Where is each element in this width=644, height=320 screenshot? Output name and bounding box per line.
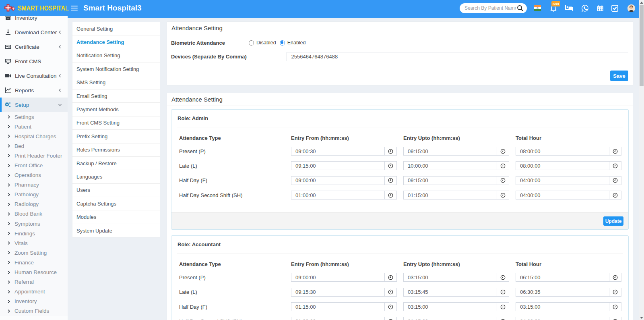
settings-menu-item[interactable]: SMS Setting (72, 76, 160, 89)
submenu-item[interactable]: Settings (0, 112, 68, 122)
entry-upto-input[interactable] (404, 162, 497, 170)
entry-upto-input[interactable] (404, 288, 497, 296)
submenu-item[interactable]: Custom Fields (0, 306, 68, 316)
radio-option[interactable]: Disabled (249, 40, 276, 46)
entry-from-input[interactable] (291, 288, 384, 296)
user-avatar[interactable] (627, 4, 635, 12)
save-button[interactable]: Save (610, 71, 628, 81)
submenu-item[interactable]: Bed (0, 141, 68, 151)
radio-icon[interactable] (280, 40, 285, 46)
entry-upto-input[interactable] (404, 177, 497, 185)
sidebar-item[interactable]: Download Center (0, 25, 68, 39)
notifications-button[interactable]: 680 (549, 5, 557, 13)
time-picker-button[interactable] (497, 191, 509, 199)
total-hour-input[interactable] (516, 317, 609, 320)
submenu-item[interactable]: Pharmacy (0, 180, 68, 190)
time-picker-button[interactable] (384, 162, 396, 170)
time-picker-button[interactable] (497, 288, 509, 296)
time-picker-button[interactable] (609, 317, 621, 320)
submenu-item[interactable]: Radiology (0, 199, 68, 209)
time-picker-button[interactable] (609, 147, 621, 155)
radio-icon[interactable] (249, 40, 254, 46)
settings-menu-item[interactable]: Prefix Setting (72, 130, 160, 143)
update-button[interactable]: Update (603, 216, 623, 226)
entry-from-input[interactable] (291, 303, 384, 311)
time-picker-button[interactable] (497, 273, 509, 281)
total-hour-input[interactable] (516, 273, 609, 281)
sidebar-toggle-button[interactable] (68, 0, 80, 16)
time-picker-button[interactable] (609, 162, 621, 170)
entry-upto-input[interactable] (404, 273, 497, 281)
scrollbar-thumb[interactable] (640, 5, 644, 86)
settings-menu-item[interactable]: Payment Methods (72, 103, 160, 116)
bed-status-button[interactable] (565, 5, 573, 11)
time-picker-button[interactable] (384, 288, 396, 296)
settings-menu-item[interactable]: System Update (72, 224, 160, 237)
tasks-button[interactable] (611, 5, 618, 12)
settings-menu-item[interactable]: Roles Permissions (72, 143, 160, 157)
sidebar-item[interactable]: Certificate (0, 39, 68, 54)
submenu-item[interactable]: Symptoms (0, 219, 68, 229)
entry-from-input[interactable] (291, 191, 384, 199)
time-picker-button[interactable] (384, 303, 396, 311)
settings-menu-item[interactable]: System Notification Setting (72, 62, 160, 76)
time-picker-button[interactable] (609, 273, 621, 281)
time-picker-button[interactable] (609, 177, 621, 185)
entry-from-input[interactable] (291, 162, 384, 170)
settings-menu-item[interactable]: Front CMS Setting (72, 116, 160, 130)
submenu-item[interactable]: Pathology (0, 190, 68, 199)
submenu-item[interactable]: Print Header Footer (0, 151, 68, 160)
time-picker-button[interactable] (384, 177, 396, 185)
submenu-item[interactable]: Findings (0, 229, 68, 238)
entry-upto-input[interactable] (404, 303, 497, 311)
time-picker-button[interactable] (609, 303, 621, 311)
entry-upto-input[interactable] (404, 191, 497, 199)
page-scrollbar[interactable] (639, 0, 644, 320)
settings-menu-item[interactable]: Notification Setting (72, 49, 160, 62)
submenu-item[interactable]: Hospital Charges (0, 131, 68, 141)
entry-upto-input[interactable] (404, 147, 497, 155)
entry-from-input[interactable] (291, 317, 384, 320)
submenu-item[interactable]: Appointment (0, 287, 68, 297)
sidebar-item[interactable]: Setup (0, 98, 68, 112)
entry-upto-input[interactable] (404, 317, 497, 320)
time-picker-button[interactable] (609, 191, 621, 199)
whatsapp-button[interactable] (581, 4, 589, 12)
settings-menu-item[interactable]: Modules (72, 210, 160, 224)
settings-menu-item[interactable]: General Setting (72, 22, 160, 35)
total-hour-input[interactable] (516, 177, 609, 185)
sidebar-item[interactable]: Reports (0, 83, 68, 98)
settings-menu-item[interactable]: Attendance Setting (72, 35, 160, 49)
sidebar-item[interactable]: Live Consultation (0, 69, 68, 83)
submenu-item[interactable]: Human Resource (0, 268, 68, 277)
time-picker-button[interactable] (384, 191, 396, 199)
entry-from-input[interactable] (291, 177, 384, 185)
total-hour-input[interactable] (516, 147, 609, 155)
submenu-item[interactable]: Inventory (0, 297, 68, 306)
settings-menu-item[interactable]: Backup / Restore (72, 157, 160, 170)
total-hour-input[interactable] (516, 288, 609, 296)
submenu-item[interactable]: Patient (0, 122, 68, 131)
time-picker-button[interactable] (497, 162, 509, 170)
sidebar-item[interactable]: Front CMS (0, 54, 68, 69)
time-picker-button[interactable] (384, 147, 396, 155)
devices-input[interactable] (287, 52, 628, 61)
submenu-item[interactable]: Operations (0, 170, 68, 180)
sidebar-item[interactable]: Inventory (0, 16, 68, 25)
settings-menu-item[interactable]: Languages (72, 170, 160, 183)
settings-menu-item[interactable]: Email Setting (72, 89, 160, 103)
submenu-item[interactable]: Zoom Setting (0, 248, 68, 258)
settings-menu-item[interactable]: Users (72, 184, 160, 197)
time-picker-button[interactable] (609, 288, 621, 296)
language-flag-icon[interactable] (534, 5, 541, 11)
submenu-item[interactable]: Blood Bank (0, 209, 68, 219)
entry-from-input[interactable] (291, 147, 384, 155)
time-picker-button[interactable] (497, 303, 509, 311)
total-hour-input[interactable] (516, 162, 609, 170)
scrollbar-up-arrow[interactable] (639, 0, 644, 5)
time-picker-button[interactable] (497, 147, 509, 155)
total-hour-input[interactable] (516, 303, 609, 311)
search-icon[interactable] (517, 5, 524, 12)
radio-option[interactable]: Enabled (280, 40, 306, 46)
time-picker-button[interactable] (384, 273, 396, 281)
